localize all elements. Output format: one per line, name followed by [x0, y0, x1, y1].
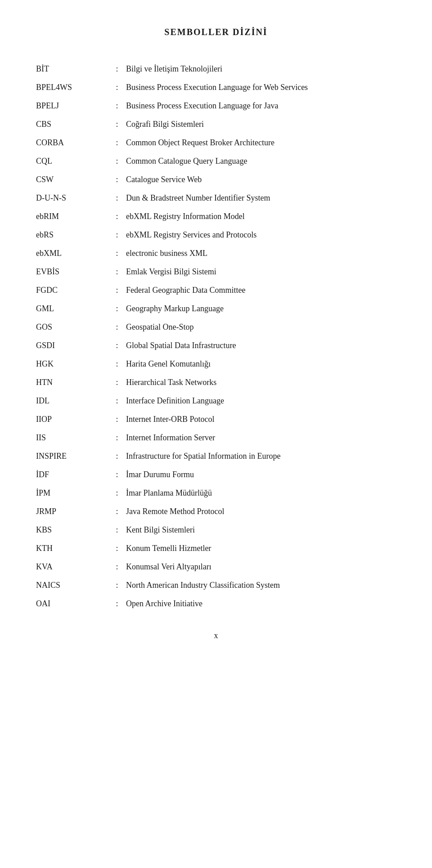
colon-separator: :	[108, 300, 126, 318]
list-item: IIOP:Internet Inter-ORB Potocol	[36, 410, 396, 429]
colon-separator: :	[108, 484, 126, 502]
abbreviation: ebXML	[36, 244, 108, 263]
definition: Harita Genel Komutanlığı	[126, 355, 396, 373]
abbreviation: EVBİS	[36, 263, 108, 281]
list-item: CQL:Common Catalogue Query Language	[36, 152, 396, 170]
definition: Internet Information Server	[126, 429, 396, 447]
definition: Internet Inter-ORB Potocol	[126, 410, 396, 429]
abbreviation: CBS	[36, 115, 108, 134]
list-item: KBS:Kent Bilgi Sistemleri	[36, 521, 396, 539]
definition: Interface Definition Language	[126, 392, 396, 410]
list-item: İPM:İmar Planlama Müdürlüğü	[36, 484, 396, 502]
colon-separator: :	[108, 281, 126, 300]
definition: Bilgi ve İletişim Teknolojileri	[126, 60, 396, 78]
definition: Coğrafi Bilgi Sistemleri	[126, 115, 396, 134]
abbreviation: İPM	[36, 484, 108, 502]
list-item: NAICS:North American Industry Classifica…	[36, 576, 396, 595]
abbreviation: JRMP	[36, 502, 108, 521]
colon-separator: :	[108, 502, 126, 521]
abbreviation: IIS	[36, 429, 108, 447]
colon-separator: :	[108, 576, 126, 595]
definition: electronic business XML	[126, 244, 396, 263]
colon-separator: :	[108, 115, 126, 134]
definition: Infrastructure for Spatial Information i…	[126, 447, 396, 465]
abbreviation: BPEL4WS	[36, 78, 108, 97]
list-item: OAI:Open Archive Initiative	[36, 595, 396, 613]
abbreviation: ebRIM	[36, 207, 108, 226]
abbreviation: BİT	[36, 60, 108, 78]
list-item: EVBİS:Emlak Vergisi Bilgi Sistemi	[36, 263, 396, 281]
abbreviation: CQL	[36, 152, 108, 170]
abbreviation: OAI	[36, 595, 108, 613]
definition: Dun & Bradstreet Number Identifier Syste…	[126, 189, 396, 207]
colon-separator: :	[108, 97, 126, 115]
list-item: HGK:Harita Genel Komutanlığı	[36, 355, 396, 373]
definition: Business Process Execution Language for …	[126, 97, 396, 115]
list-item: ebXML:electronic business XML	[36, 244, 396, 263]
definition: Geography Markup Language	[126, 300, 396, 318]
abbreviation: GSDI	[36, 336, 108, 355]
colon-separator: :	[108, 244, 126, 263]
abbreviation: BPELJ	[36, 97, 108, 115]
abbreviation: HTN	[36, 373, 108, 392]
abbreviation: CORBA	[36, 134, 108, 152]
abbreviation: KVA	[36, 558, 108, 576]
abbreviation: D-U-N-S	[36, 189, 108, 207]
abbreviation: ebRS	[36, 226, 108, 244]
list-item: GOS:Geospatial One-Stop	[36, 318, 396, 336]
colon-separator: :	[108, 355, 126, 373]
definition: Common Object Request Broker Architectur…	[126, 134, 396, 152]
list-item: KVA:Konumsal Veri Altyapıları	[36, 558, 396, 576]
colon-separator: :	[108, 152, 126, 170]
colon-separator: :	[108, 78, 126, 97]
list-item: CSW:Catalogue Service Web	[36, 170, 396, 189]
list-item: FGDC:Federal Geographic Data Committee	[36, 281, 396, 300]
definition: Federal Geographic Data Committee	[126, 281, 396, 300]
list-item: BİT:Bilgi ve İletişim Teknolojileri	[36, 60, 396, 78]
colon-separator: :	[108, 318, 126, 336]
definition: İmar Durumu Formu	[126, 465, 396, 484]
colon-separator: :	[108, 539, 126, 558]
abbreviation: FGDC	[36, 281, 108, 300]
definition: Common Catalogue Query Language	[126, 152, 396, 170]
abbreviation: KTH	[36, 539, 108, 558]
definition: Java Remote Method Protocol	[126, 502, 396, 521]
colon-separator: :	[108, 392, 126, 410]
glossary-table: BİT:Bilgi ve İletişim TeknolojileriBPEL4…	[36, 60, 396, 613]
list-item: BPELJ:Business Process Execution Languag…	[36, 97, 396, 115]
abbreviation: NAICS	[36, 576, 108, 595]
definition: Global Spatial Data Infrastructure	[126, 336, 396, 355]
list-item: CORBA:Common Object Request Broker Archi…	[36, 134, 396, 152]
colon-separator: :	[108, 263, 126, 281]
colon-separator: :	[108, 521, 126, 539]
colon-separator: :	[108, 373, 126, 392]
definition: Business Process Execution Language for …	[126, 78, 396, 97]
definition: Konumsal Veri Altyapıları	[126, 558, 396, 576]
colon-separator: :	[108, 595, 126, 613]
definition: Konum Temelli Hizmetler	[126, 539, 396, 558]
list-item: KTH:Konum Temelli Hizmetler	[36, 539, 396, 558]
list-item: JRMP:Java Remote Method Protocol	[36, 502, 396, 521]
colon-separator: :	[108, 429, 126, 447]
colon-separator: :	[108, 60, 126, 78]
abbreviation: HGK	[36, 355, 108, 373]
abbreviation: KBS	[36, 521, 108, 539]
abbreviation: GML	[36, 300, 108, 318]
abbreviation: IIOP	[36, 410, 108, 429]
page-number: x	[36, 631, 396, 640]
colon-separator: :	[108, 226, 126, 244]
definition: Hierarchical Task Networks	[126, 373, 396, 392]
definition: Emlak Vergisi Bilgi Sistemi	[126, 263, 396, 281]
list-item: INSPIRE:Infrastructure for Spatial Infor…	[36, 447, 396, 465]
abbreviation: GOS	[36, 318, 108, 336]
definition: Catalogue Service Web	[126, 170, 396, 189]
list-item: BPEL4WS:Business Process Execution Langu…	[36, 78, 396, 97]
definition: ebXML Registry Information Model	[126, 207, 396, 226]
colon-separator: :	[108, 189, 126, 207]
colon-separator: :	[108, 410, 126, 429]
definition: Kent Bilgi Sistemleri	[126, 521, 396, 539]
colon-separator: :	[108, 207, 126, 226]
list-item: GSDI:Global Spatial Data Infrastructure	[36, 336, 396, 355]
definition: North American Industry Classification S…	[126, 576, 396, 595]
list-item: CBS:Coğrafi Bilgi Sistemleri	[36, 115, 396, 134]
